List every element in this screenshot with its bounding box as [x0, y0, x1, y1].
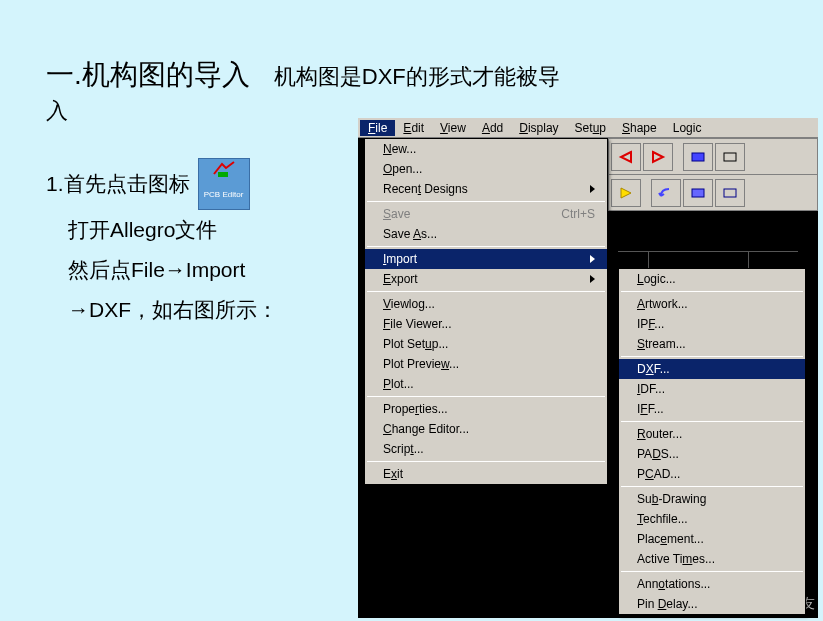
- import-menu-pads[interactable]: PADS...: [619, 444, 805, 464]
- instruction-line1: 首先点击图标: [64, 164, 190, 204]
- file-menu-properties[interactable]: Properties...: [365, 399, 607, 419]
- menubar-item-setup[interactable]: Setup: [567, 120, 614, 136]
- toolbar-btn-b[interactable]: [715, 143, 745, 171]
- import-menu-annotations[interactable]: Annotations...: [619, 574, 805, 594]
- submenu-arrow-icon: [590, 275, 595, 283]
- file-menu-exit[interactable]: Exit: [365, 464, 607, 484]
- menu-separator: [621, 421, 803, 422]
- submenu-arrow-icon: [590, 185, 595, 193]
- import-menu-artwork[interactable]: Artwork...: [619, 294, 805, 314]
- toolbar-btn-next[interactable]: [643, 143, 673, 171]
- import-menu-sub-drawing[interactable]: Sub-Drawing: [619, 489, 805, 509]
- file-menu-new[interactable]: New...: [365, 139, 607, 159]
- svg-rect-1: [692, 153, 704, 161]
- toolbar-btn-d[interactable]: [683, 179, 713, 207]
- import-menu-iff[interactable]: IFF...: [619, 399, 805, 419]
- import-menu-logic[interactable]: Logic...: [619, 269, 805, 289]
- import-menu-dxf[interactable]: DXF...: [619, 359, 805, 379]
- instructions-block: 1. 首先点击图标 PCB Editor 打开Allegro文件 然后点File…: [46, 158, 346, 330]
- toolbar-btn-a[interactable]: [683, 143, 713, 171]
- svg-rect-4: [724, 189, 736, 197]
- import-menu-router[interactable]: Router...: [619, 424, 805, 444]
- menu-separator: [621, 291, 803, 292]
- svg-rect-0: [218, 172, 228, 177]
- allegro-screenshot: FileEditViewAddDisplaySetupShapeLogic Ne…: [358, 118, 818, 618]
- file-menu-viewlog[interactable]: Viewlog...: [365, 294, 607, 314]
- import-menu-techfile[interactable]: Techfile...: [619, 509, 805, 529]
- instruction-line3: 然后点File→Import: [46, 250, 346, 290]
- import-submenu: Logic...Artwork...IPF...Stream...DXF...I…: [618, 268, 806, 615]
- menu-separator: [367, 291, 605, 292]
- menu-separator: [621, 571, 803, 572]
- svg-rect-2: [724, 153, 736, 161]
- file-menu-save-as[interactable]: Save As...: [365, 224, 607, 244]
- toolbar-btn-e[interactable]: [715, 179, 745, 207]
- import-menu-pcad[interactable]: PCAD...: [619, 464, 805, 484]
- file-menu-dropdown: New...Open...Recent DesignsSaveCtrl+SSav…: [364, 138, 608, 485]
- menubar: FileEditViewAddDisplaySetupShapeLogic: [358, 118, 818, 138]
- import-menu-idf[interactable]: IDF...: [619, 379, 805, 399]
- submenu-arrow-icon: [590, 255, 595, 263]
- menubar-item-shape[interactable]: Shape: [614, 120, 665, 136]
- file-menu-save: SaveCtrl+S: [365, 204, 607, 224]
- menu-separator: [621, 356, 803, 357]
- page-title-main: 一.机构图的导入: [46, 56, 250, 94]
- instruction-number: 1.: [46, 164, 64, 204]
- file-menu-plot-preview[interactable]: Plot Preview...: [365, 354, 607, 374]
- file-menu-file-viewer[interactable]: File Viewer...: [365, 314, 607, 334]
- import-menu-pin-delay[interactable]: Pin Delay...: [619, 594, 805, 614]
- menu-separator: [367, 246, 605, 247]
- page-title-sub2: 入: [46, 96, 68, 126]
- import-menu-ipf[interactable]: IPF...: [619, 314, 805, 334]
- import-menu-stream[interactable]: Stream...: [619, 334, 805, 354]
- menubar-item-view[interactable]: View: [432, 120, 474, 136]
- file-menu-import[interactable]: Import: [365, 249, 607, 269]
- page-title-sub1: 机构图是DXF的形式才能被导: [274, 62, 560, 92]
- file-menu-export[interactable]: Export: [365, 269, 607, 289]
- file-menu-plot[interactable]: Plot...: [365, 374, 607, 394]
- menubar-item-display[interactable]: Display: [511, 120, 566, 136]
- menubar-item-file[interactable]: File: [360, 120, 395, 136]
- import-menu-active-times[interactable]: Active Times...: [619, 549, 805, 569]
- menu-separator: [621, 486, 803, 487]
- toolbar-btn-undo[interactable]: [651, 179, 681, 207]
- svg-rect-3: [692, 189, 704, 197]
- pcb-editor-icon[interactable]: PCB Editor: [198, 158, 250, 210]
- file-menu-recent-designs[interactable]: Recent Designs: [365, 179, 607, 199]
- file-menu-plot-setup[interactable]: Plot Setup...: [365, 334, 607, 354]
- file-menu-change-editor[interactable]: Change Editor...: [365, 419, 607, 439]
- menubar-item-edit[interactable]: Edit: [395, 120, 432, 136]
- toolbar-area: [608, 138, 818, 212]
- file-menu-open[interactable]: Open...: [365, 159, 607, 179]
- menubar-item-add[interactable]: Add: [474, 120, 511, 136]
- menubar-item-logic[interactable]: Logic: [665, 120, 710, 136]
- menu-separator: [367, 461, 605, 462]
- instruction-line2: 打开Allegro文件: [46, 210, 346, 250]
- instruction-line4: →DXF，如右图所示：: [46, 290, 346, 330]
- file-menu-script[interactable]: Script...: [365, 439, 607, 459]
- toolbar-btn-prev[interactable]: [611, 143, 641, 171]
- menu-separator: [367, 201, 605, 202]
- import-menu-placement[interactable]: Placement...: [619, 529, 805, 549]
- pcb-icon-label: PCB Editor: [204, 175, 244, 215]
- menu-separator: [367, 396, 605, 397]
- toolbar-btn-c[interactable]: [611, 179, 641, 207]
